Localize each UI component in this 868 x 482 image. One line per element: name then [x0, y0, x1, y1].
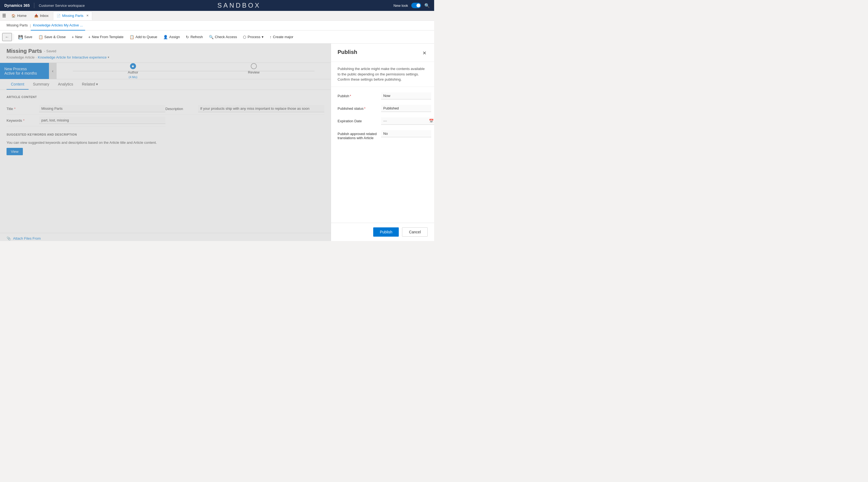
- tab-missing-parts[interactable]: 📄 Missing Parts ✕: [53, 11, 92, 20]
- publish-field-label: Publish *: [338, 92, 381, 98]
- article-icon: 📄: [57, 14, 61, 18]
- panel-footer: Publish Cancel: [331, 223, 434, 241]
- create-major-label: Create major: [273, 35, 293, 39]
- translations-label: Publish approved related translations wi…: [338, 130, 381, 140]
- translations-field: Publish approved related translations wi…: [338, 130, 428, 140]
- process-label: Process: [248, 35, 260, 39]
- panel-form: Publish * Published status * Expiration …: [331, 87, 434, 223]
- panel-header: Publish ✕: [331, 44, 434, 62]
- tab-missing-parts-label: Missing Parts: [62, 13, 84, 18]
- new-button[interactable]: + New: [69, 32, 85, 42]
- refresh-label: Refresh: [190, 35, 203, 39]
- breadcrumb-missing-parts[interactable]: Missing Parts: [4, 21, 30, 30]
- toolbar: ← 💾 Save 📋 Save & Close + New + New From…: [0, 30, 434, 44]
- cancel-button[interactable]: Cancel: [402, 227, 428, 237]
- nav-right: New look 🔍: [394, 3, 430, 8]
- save-close-icon: 📋: [38, 35, 43, 39]
- template-icon: +: [88, 35, 91, 39]
- home-icon: 🏠: [11, 14, 16, 18]
- breadcrumb-knowledge-articles[interactable]: Knowledge Articles My Active ...: [31, 21, 85, 30]
- published-status-field: Published status *: [338, 105, 428, 112]
- breadcrumb-missing-parts-label: Missing Parts: [6, 23, 28, 27]
- content-overlay: [0, 44, 331, 241]
- assign-button[interactable]: 👤 Assign: [160, 32, 183, 42]
- check-access-icon: 🔍: [209, 35, 214, 39]
- panel-close-button[interactable]: ✕: [421, 49, 428, 57]
- assign-label: Assign: [169, 35, 180, 39]
- search-icon[interactable]: 🔍: [424, 3, 430, 8]
- back-button[interactable]: ←: [2, 33, 12, 41]
- process-icon: ⬡: [243, 35, 246, 39]
- process-button[interactable]: ⬡ Process ▾: [240, 32, 266, 42]
- refresh-button[interactable]: ↻ Refresh: [183, 32, 206, 42]
- save-icon: 💾: [18, 35, 23, 39]
- expiration-date-label: Expiration Date: [338, 117, 381, 123]
- add-to-queue-button[interactable]: 📋 Add to Queue: [127, 32, 160, 42]
- check-access-label: Check Access: [215, 35, 237, 39]
- inbox-icon: 📥: [34, 14, 38, 18]
- save-label: Save: [24, 35, 32, 39]
- main-layout: Missing Parts - Saved Knowledge Article …: [0, 44, 434, 241]
- status-required-star: *: [364, 107, 365, 111]
- published-status-label: Published status *: [338, 105, 381, 111]
- tab-home-label: Home: [17, 13, 27, 18]
- translations-input[interactable]: [381, 130, 431, 137]
- new-label: New: [75, 35, 83, 39]
- create-major-icon: ↑: [270, 35, 272, 39]
- tab-close-icon[interactable]: ✕: [86, 14, 89, 18]
- refresh-icon: ↻: [186, 35, 189, 39]
- save-close-label: Save & Close: [44, 35, 66, 39]
- new-icon: +: [71, 35, 74, 39]
- content-area: Missing Parts - Saved Knowledge Article …: [0, 44, 331, 241]
- publish-required-star: *: [350, 94, 351, 98]
- expiration-date-field: Expiration Date 📅: [338, 117, 428, 125]
- new-from-template-label: New From Template: [92, 35, 124, 39]
- new-look-toggle[interactable]: [411, 3, 421, 8]
- brand-label: Dynamics 365: [4, 3, 30, 8]
- tab-home[interactable]: 🏠 Home: [8, 11, 30, 20]
- breadcrumb-bar: Missing Parts | Knowledge Articles My Ac…: [0, 21, 434, 30]
- queue-icon: 📋: [129, 35, 134, 39]
- process-dropdown-icon: ▾: [262, 35, 264, 39]
- expiration-date-wrap[interactable]: 📅: [381, 117, 434, 125]
- sandbox-label: SANDBOX: [217, 2, 260, 9]
- new-from-template-button[interactable]: + New From Template: [86, 32, 126, 42]
- published-status-input[interactable]: [381, 105, 431, 112]
- new-look-label: New look: [394, 3, 408, 8]
- hamburger-menu[interactable]: ☰: [2, 13, 6, 18]
- create-major-button[interactable]: ↑ Create major: [267, 32, 296, 42]
- tab-bar: ☰ 🏠 Home 📥 Inbox 📄 Missing Parts ✕: [0, 11, 434, 21]
- calendar-icon: 📅: [429, 119, 434, 123]
- breadcrumb-ka-label: Knowledge Articles My Active ...: [33, 23, 83, 27]
- toolbar-divider-1: [13, 34, 14, 40]
- nav-center: SANDBOX: [89, 2, 389, 9]
- publish-panel: Publish ✕ Publishing the article might m…: [331, 44, 434, 241]
- publish-input[interactable]: [381, 92, 431, 100]
- save-button[interactable]: 💾 Save: [16, 32, 35, 42]
- nav-divider: [34, 3, 34, 8]
- workspace-label: Customer Service workspace: [39, 3, 85, 8]
- tab-inbox-label: Inbox: [40, 13, 49, 18]
- tab-inbox[interactable]: 📥 Inbox: [31, 11, 52, 20]
- check-access-button[interactable]: 🔍 Check Access: [206, 32, 240, 42]
- add-to-queue-label: Add to Queue: [135, 35, 157, 39]
- panel-description: Publishing the article might make the co…: [331, 62, 434, 87]
- panel-title: Publish: [338, 49, 357, 55]
- assign-icon: 👤: [163, 35, 168, 39]
- top-nav: Dynamics 365 Customer Service workspace …: [0, 0, 434, 11]
- save-close-button[interactable]: 📋 Save & Close: [36, 32, 68, 42]
- publish-button[interactable]: Publish: [373, 227, 399, 237]
- publish-field: Publish *: [338, 92, 428, 100]
- expiration-date-input[interactable]: [383, 119, 429, 123]
